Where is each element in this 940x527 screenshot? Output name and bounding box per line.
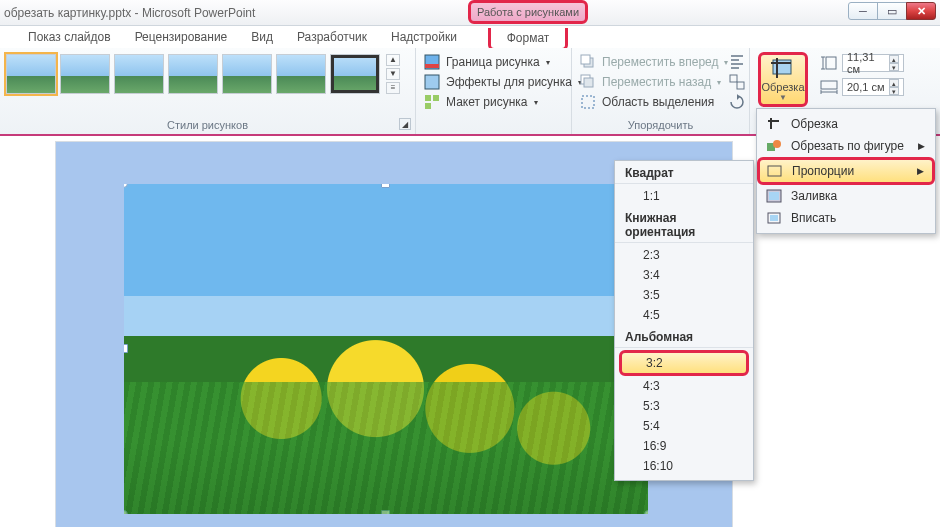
height-field[interactable]: 11,31 см ▴▾ xyxy=(842,54,904,72)
group-picture-format: Граница рисунка ▾ Эффекты для рисунка ▾ … xyxy=(416,48,572,134)
ratio-item[interactable]: 16:10 xyxy=(615,456,753,476)
crop-dropdown-menu: Обрезка Обрезать по фигуре ▶ Пропорции ▶… xyxy=(756,108,936,234)
close-button[interactable]: ✕ xyxy=(906,2,936,20)
menu-crop[interactable]: Обрезка xyxy=(759,113,933,135)
picture-border-button[interactable]: Граница рисунка ▾ xyxy=(424,54,565,70)
menu-fit[interactable]: Вписать xyxy=(759,207,933,229)
picture-style-thumb[interactable] xyxy=(222,54,272,94)
tab-review[interactable]: Рецензирование xyxy=(123,27,240,47)
picture-effects-button[interactable]: Эффекты для рисунка ▾ xyxy=(424,74,565,90)
shape-icon xyxy=(765,138,783,154)
svg-rect-1 xyxy=(425,64,439,68)
ratio-item-selected[interactable]: 3:2 xyxy=(619,350,749,376)
send-backward-icon xyxy=(580,74,596,90)
ratio-item[interactable]: 3:5 xyxy=(615,285,753,305)
svg-rect-15 xyxy=(821,81,837,89)
fit-icon xyxy=(765,210,783,226)
ratio-header-portrait: Книжная ориентация xyxy=(615,206,753,243)
tab-developer[interactable]: Разработчик xyxy=(285,27,379,47)
picture-style-thumb[interactable] xyxy=(6,54,56,94)
picture-style-thumb[interactable] xyxy=(60,54,110,94)
ratio-item[interactable]: 16:9 xyxy=(615,436,753,456)
bring-forward-icon xyxy=(580,54,596,70)
align-icon[interactable] xyxy=(729,54,745,70)
bring-forward-button[interactable]: Переместить вперед ▾ xyxy=(580,54,743,70)
svg-rect-18 xyxy=(768,166,781,176)
svg-rect-22 xyxy=(770,215,778,221)
spin-down[interactable]: ▾ xyxy=(889,87,899,95)
aspect-icon xyxy=(766,163,784,179)
crop-icon xyxy=(765,116,783,132)
tab-slideshow[interactable]: Показ слайдов xyxy=(16,27,123,47)
picture-style-thumb[interactable] xyxy=(168,54,218,94)
maximize-button[interactable]: ▭ xyxy=(877,2,907,20)
layout-icon xyxy=(424,94,440,110)
svg-rect-2 xyxy=(425,75,439,89)
svg-rect-3 xyxy=(425,95,431,101)
ratio-header-square: Квадрат xyxy=(615,161,753,184)
spin-down[interactable]: ▾ xyxy=(889,63,899,71)
picture-layout-button[interactable]: Макет рисунка ▾ xyxy=(424,94,565,110)
resize-handle[interactable] xyxy=(644,510,648,514)
border-icon xyxy=(424,54,440,70)
svg-rect-4 xyxy=(433,95,439,101)
selection-icon xyxy=(580,94,596,110)
svg-rect-20 xyxy=(769,192,779,200)
svg-rect-7 xyxy=(581,55,590,64)
dialog-launcher-icon[interactable]: ◢ xyxy=(399,118,411,130)
group-icon[interactable] xyxy=(729,74,745,90)
resize-handle[interactable] xyxy=(381,184,390,188)
picture-daffodils[interactable] xyxy=(124,184,648,514)
svg-rect-11 xyxy=(730,75,737,82)
crop-button[interactable]: Обрезка ▼ xyxy=(758,52,808,107)
svg-point-17 xyxy=(773,140,781,148)
resize-handle[interactable] xyxy=(124,184,128,188)
rotate-icon[interactable] xyxy=(729,94,745,110)
dropdown-icon: ▾ xyxy=(546,58,550,67)
svg-rect-9 xyxy=(584,78,593,87)
ratio-item[interactable]: 1:1 xyxy=(615,186,753,206)
tab-addins[interactable]: Надстройки xyxy=(379,27,469,47)
styles-scroll-up[interactable]: ▲ xyxy=(386,54,400,66)
tab-view[interactable]: Вид xyxy=(239,27,285,47)
submenu-arrow-icon: ▶ xyxy=(917,166,924,176)
crop-icon xyxy=(769,57,797,81)
fill-icon xyxy=(765,188,783,204)
picture-style-thumb[interactable] xyxy=(330,54,380,94)
resize-handle[interactable] xyxy=(381,510,390,514)
menu-fill[interactable]: Заливка xyxy=(759,185,933,207)
menu-aspect-ratio[interactable]: Пропорции ▶ xyxy=(757,157,935,185)
width-field[interactable]: 20,1 см ▴▾ xyxy=(842,78,904,96)
selection-pane-button[interactable]: Область выделения xyxy=(580,94,743,110)
title-bar: обрезать картинку.pptx - Microsoft Power… xyxy=(0,0,940,26)
ratio-item[interactable]: 5:3 xyxy=(615,396,753,416)
resize-handle[interactable] xyxy=(124,344,128,353)
spin-up[interactable]: ▴ xyxy=(889,55,899,63)
height-icon xyxy=(820,56,838,70)
svg-rect-5 xyxy=(425,103,431,109)
effects-icon xyxy=(424,74,440,90)
resize-handle[interactable] xyxy=(124,510,128,514)
contextual-tab-picture-tools[interactable]: Работа с рисунками xyxy=(468,0,588,24)
ratio-item[interactable]: 4:5 xyxy=(615,305,753,325)
svg-rect-10 xyxy=(582,96,594,108)
dropdown-icon: ▼ xyxy=(779,93,787,102)
group-label: Упорядочить xyxy=(572,117,749,134)
svg-rect-14 xyxy=(826,57,836,69)
submenu-arrow-icon: ▶ xyxy=(918,141,925,151)
menu-crop-to-shape[interactable]: Обрезать по фигуре ▶ xyxy=(759,135,933,157)
ribbon-tabs: Показ слайдов Рецензирование Вид Разрабо… xyxy=(0,26,940,48)
ratio-item[interactable]: 4:3 xyxy=(615,376,753,396)
ratio-item[interactable]: 2:3 xyxy=(615,245,753,265)
minimize-button[interactable]: ─ xyxy=(848,2,878,20)
send-backward-button[interactable]: Переместить назад ▾ xyxy=(580,74,743,90)
ratio-item[interactable]: 5:4 xyxy=(615,416,753,436)
ratio-item[interactable]: 3:4 xyxy=(615,265,753,285)
spin-up[interactable]: ▴ xyxy=(889,79,899,87)
styles-more[interactable]: ≡ xyxy=(386,82,400,94)
document-title: обрезать картинку.pptx xyxy=(4,6,131,20)
picture-style-thumb[interactable] xyxy=(276,54,326,94)
aspect-ratio-submenu: Квадрат 1:1 Книжная ориентация 2:3 3:4 3… xyxy=(614,160,754,481)
picture-style-thumb[interactable] xyxy=(114,54,164,94)
styles-scroll-down[interactable]: ▼ xyxy=(386,68,400,80)
